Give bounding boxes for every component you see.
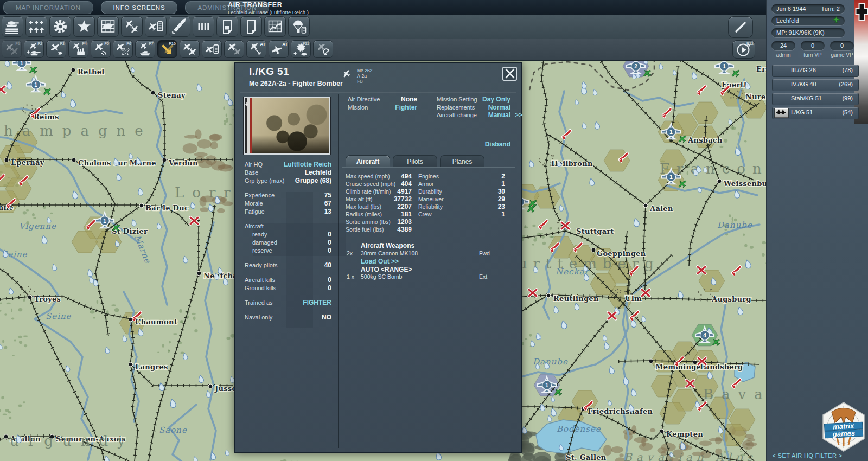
tab-aircraft[interactable]: Aircraft [346, 155, 390, 168]
stat-row: Aircraft kills0 [245, 276, 331, 284]
aircraft-stats-left: Max speed (mph)494Cruise speed (mph)404C… [346, 172, 412, 233]
city-label: Rethel [78, 68, 105, 76]
air-unit-counter[interactable]: 1 [12, 60, 39, 75]
auto-ground-attack-button[interactable]: AI [246, 40, 266, 58]
ground-forces-button[interactable] [2, 16, 23, 37]
air-unit-counter[interactable]: 1 [715, 60, 741, 79]
fkey-label: F4 [82, 41, 87, 46]
balkenkreuz-icon [856, 3, 868, 21]
air-sweep-icon [182, 41, 197, 57]
stat-row: Air HQLuftflotte Reich [245, 161, 331, 169]
edit-pencil-button[interactable] [728, 16, 753, 38]
fkey-label: F2 [37, 41, 42, 46]
tab-pilots[interactable]: Pilots [393, 155, 437, 168]
tab-planes[interactable]: Planes [440, 155, 484, 168]
directive-row: Air DirectiveNone [348, 95, 417, 104]
air-group-row-i-kg-51[interactable]: I./KG 51(54) [772, 107, 859, 119]
ground-bombard-button[interactable]: F11 [291, 40, 311, 58]
air-intercept-button[interactable] [224, 40, 244, 58]
air-sweep-button[interactable] [180, 40, 200, 58]
aircraft-stat-row: Sortie fuel (lbs)4389 [346, 226, 412, 233]
turn-vp-display: 0 [801, 41, 825, 50]
air-group-row-iii-zg-26[interactable]: III./ZG 26(78) [772, 65, 859, 77]
logistics-icon [219, 18, 236, 35]
toolbar-info-screens [0, 15, 766, 40]
airborne-ops-button[interactable] [288, 16, 310, 37]
city-label: Bar le Duc [145, 204, 189, 212]
air-recon-button: F1 [2, 40, 22, 58]
air-groups-button[interactable] [145, 16, 167, 37]
city-label: Reutlingen [553, 294, 599, 303]
fkey-label: F1 [15, 41, 20, 46]
rail-network-button[interactable] [193, 16, 214, 37]
svg-text:1: 1 [669, 174, 673, 180]
statistics-button[interactable] [264, 16, 286, 37]
motor-pool-display: MP: 91K/96K (9K) [771, 28, 845, 37]
menu-tab-map-information[interactable]: MAP INFORMATION [3, 1, 93, 14]
game-vp-display: 0 [830, 41, 854, 50]
air-group-row-stab-kg-51[interactable]: Stab/KG 51(99) [772, 93, 859, 105]
auto-air-directive-button[interactable]: AI [269, 40, 289, 58]
city-label: Chaumont [135, 318, 177, 326]
aircraft-stats-right: Engines2Armor1Durability30Maneuver29Reli… [418, 172, 505, 218]
commanders-icon [75, 18, 93, 35]
loadout-mode-button[interactable]: AUTO <RANGE> [346, 266, 503, 273]
fkey-label: F11 [302, 41, 309, 46]
air-unit-counter[interactable]: 1 [27, 76, 53, 97]
supply-button[interactable] [240, 16, 262, 37]
air-recon-mission-button[interactable]: F5 [91, 40, 111, 58]
air-war-button[interactable] [121, 16, 143, 37]
detail-tabs: AircraftPilotsPlanes [346, 155, 484, 168]
close-button[interactable] [502, 67, 517, 81]
aircraft-model: Me 262 [357, 68, 372, 73]
logistics-button[interactable] [216, 16, 238, 37]
close-icon [504, 68, 516, 79]
v-weapons-button[interactable] [169, 16, 190, 37]
turn-number: Turn: 2 [821, 4, 840, 14]
ground-support-button[interactable]: F2 [24, 40, 44, 58]
aircraft-stat-row: Engines2 [418, 172, 505, 180]
selected-base-display: Lechfeld [771, 16, 845, 25]
weather-icon [99, 18, 117, 35]
air-group-row-iv-kg-40[interactable]: IV./KG 40(269) [772, 79, 859, 91]
stat-row: BaseLechfeld [245, 169, 331, 177]
air-group-select-button[interactable] [202, 40, 222, 58]
aircraft-stat-row: Reliability23 [418, 203, 505, 210]
end-turn-button[interactable]: F12 [732, 40, 755, 59]
aircraft-variant: A-2a [357, 73, 372, 79]
reinforcements-button[interactable] [25, 16, 47, 37]
air-transfer-button[interactable]: F10 [157, 40, 177, 58]
city-label: Langres [135, 363, 168, 371]
commanders-button[interactable] [73, 16, 95, 37]
svg-text:1: 1 [20, 60, 23, 66]
stat-row: ready0 [245, 230, 331, 239]
svg-text:1: 1 [103, 218, 106, 224]
air-superiority-button[interactable]: F6 [113, 40, 133, 58]
production-button[interactable] [49, 16, 71, 37]
city-label: St. Gallen [566, 453, 607, 461]
air-hq-filter-button[interactable]: < SET AIR HQ FILTER > [770, 452, 844, 459]
weather-button[interactable] [97, 16, 119, 37]
sidebar: Jun 6 1944 Turn: 2 Lechfeld MP: 91K/96K … [766, 0, 868, 461]
naval-patrol-button[interactable]: F7 [135, 40, 155, 58]
weapon-row: 1 x500kg SC BombExt [346, 273, 503, 281]
strategic-bombing-button[interactable]: F4 [68, 40, 88, 58]
aircraft-change-expand-button[interactable]: >> [515, 111, 522, 119]
city-label: Weissenburg [723, 180, 766, 188]
ground-attack-button[interactable]: F3 [46, 40, 66, 58]
menu-tab-info-screens[interactable]: INFO SCREENS [101, 1, 178, 14]
airborne-ops-icon [290, 18, 308, 35]
stat-row: damaged0 [245, 239, 331, 247]
air-group-counter-icon [774, 108, 789, 118]
unit-type: Me 262A-2a - Fighter Bomber [249, 80, 343, 87]
soviet-air-ops-icon [315, 41, 331, 57]
load-out-button[interactable]: Load Out >> [346, 258, 503, 266]
unit-name: I./KG 51 [249, 66, 289, 78]
city-label: Augsburg [711, 295, 751, 303]
directive-row: Mission SettingDay Only [437, 95, 510, 104]
soviet-air-ops-button[interactable] [313, 40, 333, 58]
svg-text:1: 1 [545, 382, 548, 388]
disband-button[interactable]: Disband [485, 140, 510, 148]
city-label: Epernay [11, 158, 44, 167]
aircraft-stat-row: Armor1 [418, 180, 505, 188]
